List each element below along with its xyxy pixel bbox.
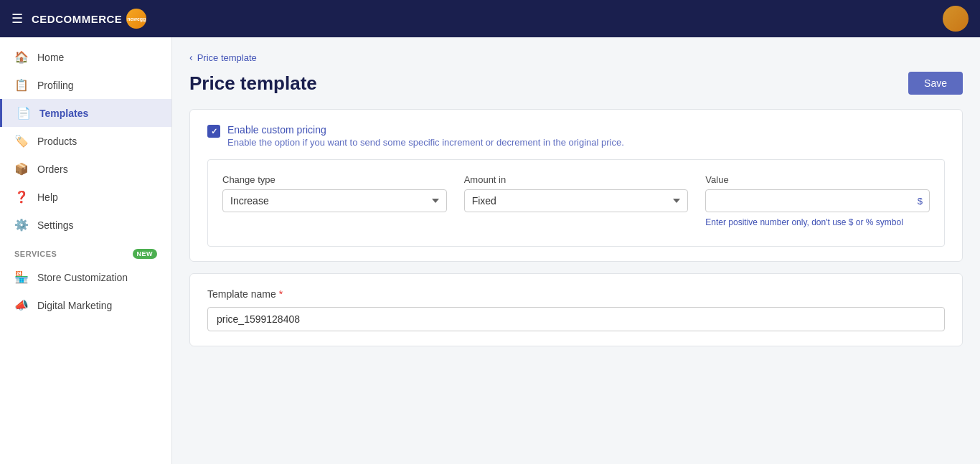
- enable-pricing-checkbox[interactable]: [207, 125, 220, 138]
- breadcrumb-label: Price template: [197, 52, 257, 63]
- settings-icon: ⚙️: [14, 218, 29, 232]
- sidebar-item-products[interactable]: 🏷️ Products: [0, 127, 171, 155]
- main-content: ‹ Price template Price template Save Ena…: [172, 37, 980, 464]
- fields-row: Change type Increase Decrease Amount in …: [222, 174, 930, 229]
- value-hint: Enter positive number only, don't use $ …: [705, 217, 930, 229]
- orders-icon: 📦: [14, 162, 29, 176]
- sidebar-label-store-customization: Store Customization: [37, 272, 128, 283]
- value-input-wrap: $: [705, 189, 930, 212]
- enable-pricing-text: Enable custom pricing Enable the option …: [227, 124, 624, 148]
- sidebar-label-products: Products: [37, 136, 77, 147]
- templates-icon: 📄: [17, 106, 31, 120]
- currency-symbol: $: [918, 196, 923, 207]
- products-icon: 🏷️: [14, 134, 29, 148]
- template-name-label-text: Template name: [207, 288, 276, 300]
- sidebar-item-settings[interactable]: ⚙️ Settings: [0, 211, 171, 239]
- change-type-label: Change type: [222, 174, 447, 185]
- required-star: *: [279, 288, 283, 300]
- profiling-icon: 📋: [14, 78, 29, 92]
- new-badge: NEW: [133, 249, 158, 259]
- sidebar-item-help[interactable]: ❓ Help: [0, 183, 171, 211]
- sidebar-label-help: Help: [37, 191, 58, 203]
- fields-card: Change type Increase Decrease Amount in …: [207, 159, 945, 247]
- sidebar-item-templates[interactable]: 📄 Templates: [0, 99, 171, 127]
- home-icon: 🏠: [14, 50, 29, 64]
- sidebar-item-home[interactable]: 🏠 Home: [0, 43, 171, 71]
- breadcrumb[interactable]: ‹ Price template: [189, 52, 963, 63]
- app-body: 🏠 Home 📋 Profiling 📄 Templates 🏷️ Produc…: [0, 37, 980, 464]
- sidebar-item-profiling[interactable]: 📋 Profiling: [0, 71, 171, 99]
- sidebar-item-orders[interactable]: 📦 Orders: [0, 155, 171, 183]
- sidebar-label-templates: Templates: [39, 108, 88, 119]
- header-left: ☰ CEDCOMMERCE newegg: [11, 9, 146, 29]
- sidebar-label-orders: Orders: [37, 164, 68, 175]
- enable-pricing-row: Enable custom pricing Enable the option …: [207, 124, 945, 148]
- sidebar-label-profiling: Profiling: [37, 80, 74, 91]
- change-type-field: Change type Increase Decrease: [222, 174, 447, 212]
- logo-badge: newegg: [126, 9, 146, 29]
- breadcrumb-arrow-icon: ‹: [189, 52, 193, 63]
- sidebar-label-settings: Settings: [37, 219, 74, 231]
- logo-badge-text: newegg: [127, 16, 146, 22]
- template-name-label-row: Template name *: [207, 288, 945, 300]
- user-avatar[interactable]: [943, 6, 969, 32]
- enable-pricing-label: Enable custom pricing: [227, 124, 624, 136]
- change-type-select[interactable]: Increase Decrease: [222, 189, 447, 212]
- help-icon: ❓: [14, 190, 29, 204]
- template-name-input[interactable]: [207, 307, 945, 331]
- app-header: ☰ CEDCOMMERCE newegg: [0, 0, 980, 37]
- sidebar-item-digital-marketing[interactable]: 📣 Digital Marketing: [0, 291, 171, 319]
- save-button[interactable]: Save: [908, 72, 963, 95]
- template-name-card: Template name *: [189, 273, 963, 346]
- page-title: Price template: [189, 72, 317, 95]
- enable-pricing-card: Enable custom pricing Enable the option …: [189, 109, 963, 262]
- value-label: Value: [705, 174, 930, 185]
- store-customization-icon: 🏪: [14, 270, 29, 284]
- amount-in-label: Amount in: [464, 174, 689, 185]
- sidebar-section-services: SERVICES NEW: [0, 239, 171, 263]
- header-right: [943, 6, 969, 32]
- value-input[interactable]: [705, 189, 930, 212]
- sidebar-label-home: Home: [37, 52, 64, 63]
- amount-in-select[interactable]: Fixed Percentage: [464, 189, 689, 212]
- sidebar-item-store-customization[interactable]: 🏪 Store Customization: [0, 263, 171, 291]
- amount-in-field: Amount in Fixed Percentage: [464, 174, 689, 212]
- value-field: Value $ Enter positive number only, don'…: [705, 174, 930, 229]
- digital-marketing-icon: 📣: [14, 298, 29, 312]
- sidebar: 🏠 Home 📋 Profiling 📄 Templates 🏷️ Produc…: [0, 37, 172, 464]
- logo-text: CEDCOMMERCE: [32, 13, 122, 25]
- sidebar-label-digital-marketing: Digital Marketing: [37, 300, 112, 311]
- hamburger-icon[interactable]: ☰: [11, 11, 23, 27]
- services-section-label: SERVICES: [14, 250, 57, 258]
- logo: CEDCOMMERCE newegg: [32, 9, 146, 29]
- enable-pricing-description: Enable the option if you want to send so…: [227, 137, 624, 148]
- page-title-row: Price template Save: [189, 72, 963, 95]
